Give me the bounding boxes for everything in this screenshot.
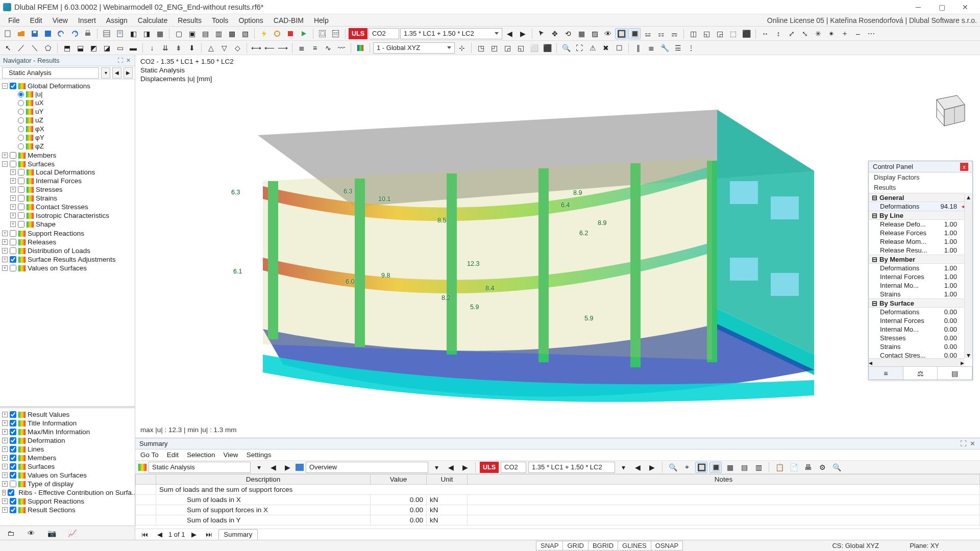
dim-3-icon[interactable]: ⟶ — [277, 42, 289, 54]
menu-tools[interactable]: Tools — [207, 15, 234, 26]
cp-group-expand-icon[interactable]: ⊟ — [872, 299, 877, 307]
tree-u-item[interactable]: uZ — [35, 116, 43, 124]
tree-bottom-item[interactable]: Result Values — [28, 411, 69, 418]
zoom-fit-icon[interactable]: ⛶ — [573, 42, 585, 54]
menu-help[interactable]: Help — [309, 15, 334, 26]
grid-b-icon[interactable]: ▣ — [186, 28, 198, 39]
dim-2-icon[interactable]: ⟵ — [263, 42, 276, 54]
summary-ov-next[interactable]: ▶ — [459, 462, 471, 473]
cp-group-expand-icon[interactable]: ⊟ — [872, 256, 877, 263]
summary-combo-prev[interactable]: ◀ — [267, 462, 279, 473]
menu-results[interactable]: Results — [173, 15, 207, 26]
print-icon[interactable] — [82, 28, 94, 39]
redo-icon[interactable] — [68, 28, 81, 39]
filter-c-icon[interactable]: ⚎ — [668, 28, 680, 39]
cp-row-value[interactable]: 1.00 — [936, 238, 960, 245]
tree-item[interactable]: Values on Surfaces — [28, 264, 87, 272]
status-osnap[interactable]: OSNAP — [651, 541, 683, 550]
status-glines[interactable]: GLINES — [618, 541, 651, 550]
summary-combo-next[interactable]: ▶ — [281, 462, 293, 473]
view-1-icon[interactable]: ◳ — [475, 42, 487, 54]
cp-hscroll[interactable]: ◂▸ — [869, 358, 964, 366]
menu-assign[interactable]: Assign — [101, 15, 133, 26]
star-icon[interactable]: ✳ — [812, 28, 824, 39]
tree-u-item[interactable]: uY — [35, 108, 44, 115]
nav-tab-eye-icon[interactable]: 👁 — [26, 529, 37, 538]
nav-pin-icon[interactable]: ⛶ — [116, 57, 124, 64]
line-icon[interactable]: ／ — [15, 42, 28, 54]
grid-d-icon[interactable]: ▥ — [212, 28, 225, 39]
summary-max-icon[interactable]: ⛶ — [960, 440, 967, 447]
stool-11-icon[interactable]: ⚙ — [816, 462, 828, 473]
tree-bottom-item[interactable]: Values on Surfaces — [28, 471, 87, 479]
summary-f-dd[interactable]: ▾ — [617, 462, 629, 473]
cp-row-value[interactable]: 1.00 — [936, 220, 960, 228]
play-icon[interactable] — [298, 28, 310, 39]
win-b-icon[interactable]: ⿳ — [330, 28, 342, 39]
menu-cadbim[interactable]: CAD-BIM — [268, 15, 309, 26]
mem-c-icon[interactable]: ◩ — [87, 42, 100, 54]
mesh-b-icon[interactable]: ◱ — [700, 28, 713, 39]
tree-item[interactable]: Distribution of Loads — [28, 247, 90, 255]
smenu-goto[interactable]: Go To — [140, 451, 159, 459]
bar-2-icon[interactable]: ≣ — [645, 42, 657, 54]
cp-row-value[interactable]: 0.00 — [936, 308, 960, 316]
cp-row-value[interactable]: 0.00 — [936, 334, 960, 342]
status-grid[interactable]: GRID — [563, 541, 589, 550]
summary-combo-dd[interactable]: ▾ — [253, 462, 265, 473]
summary-analysis-combo[interactable]: Static Analysis — [149, 462, 251, 473]
cursor-icon[interactable]: ↖ — [2, 42, 14, 54]
stool-12-icon[interactable]: 🔍 — [830, 462, 843, 473]
grid-e-icon[interactable]: ▩ — [226, 28, 238, 39]
stool-8-icon[interactable]: 📋 — [773, 462, 786, 473]
cp-row-value[interactable]: 0.00 — [936, 317, 960, 324]
warn-icon[interactable]: ⚠ — [586, 42, 599, 54]
menu-insert[interactable]: Insert — [73, 15, 101, 26]
refresh-icon[interactable] — [271, 28, 283, 39]
summary-f-next[interactable]: ▶ — [646, 462, 658, 473]
stool-3-icon[interactable]: 🔲 — [695, 462, 707, 473]
smenu-select[interactable]: Selection — [187, 451, 215, 459]
stool-7-icon[interactable]: ▥ — [752, 462, 765, 473]
view-5-icon[interactable]: ⬜ — [528, 42, 540, 54]
list-icon[interactable]: ☰ — [672, 42, 684, 54]
surf-b-icon[interactable]: ▬ — [127, 42, 139, 54]
arrow-set-1-icon[interactable]: ↔ — [759, 28, 771, 39]
cp-row-value[interactable]: 1.00 — [936, 282, 960, 289]
toggle-b-icon[interactable]: 🔳 — [628, 28, 641, 39]
nav-combo-dd[interactable]: ▾ — [101, 67, 110, 79]
tree-surf-sub[interactable]: Internal Forces — [36, 177, 82, 185]
more-2-icon[interactable]: ⬛ — [740, 28, 752, 39]
surf-a-icon[interactable]: ▭ — [114, 42, 126, 54]
sup-2-icon[interactable]: ▽ — [218, 42, 230, 54]
nav-combo-next[interactable]: ▶ — [124, 67, 133, 79]
summary-ov-dd[interactable]: ▾ — [430, 462, 443, 473]
summary-close-icon[interactable]: ✕ — [969, 440, 976, 447]
grid4-icon[interactable]: ▨ — [589, 28, 601, 39]
arrow-set-3-icon[interactable]: ⤢ — [786, 28, 798, 39]
smenu-settings[interactable]: Settings — [247, 451, 272, 459]
load-2-icon[interactable]: ⇊ — [159, 42, 172, 54]
tree-item[interactable]: Releases — [28, 238, 56, 246]
load-4-icon[interactable]: ⬇ — [186, 42, 198, 54]
filter-b-icon[interactable]: ⚏ — [655, 28, 667, 39]
combo-next-icon[interactable]: ▶ — [517, 28, 529, 39]
filter-a-icon[interactable]: ⚍ — [642, 28, 654, 39]
del-icon[interactable]: ✖ — [600, 42, 612, 54]
tree-bottom-item[interactable]: Members — [28, 454, 56, 462]
menu-options[interactable]: Options — [234, 15, 268, 26]
color-icon[interactable] — [354, 42, 366, 54]
smry-prev-icon[interactable]: ◀ — [154, 530, 165, 539]
nav-close-icon[interactable]: ✕ — [125, 57, 132, 64]
maximize-button[interactable]: ▢ — [930, 1, 953, 14]
nav-combo-prev[interactable]: ◀ — [112, 67, 121, 79]
cp-row-value[interactable]: 1.00 — [936, 264, 960, 272]
tree-surf-sub[interactable]: Shape — [36, 220, 56, 228]
tree-bottom-item[interactable]: Ribs - Effective Contribution on Surfa..… — [18, 489, 135, 496]
cp-row-value[interactable]: 1.00 — [936, 246, 960, 254]
stool-6-icon[interactable]: ▤ — [738, 462, 750, 473]
save-arrow-icon[interactable] — [42, 28, 54, 39]
control-panel-close-icon[interactable]: x — [960, 163, 968, 171]
select-icon[interactable] — [535, 28, 548, 39]
smry-first-icon[interactable]: ⏮ — [138, 530, 151, 539]
